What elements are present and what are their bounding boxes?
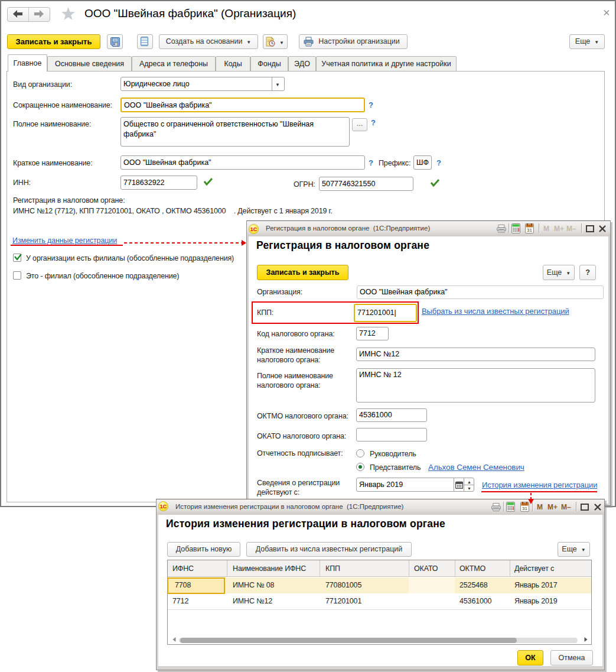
svg-text:31: 31 (522, 506, 527, 511)
svg-text:31: 31 (527, 228, 532, 233)
